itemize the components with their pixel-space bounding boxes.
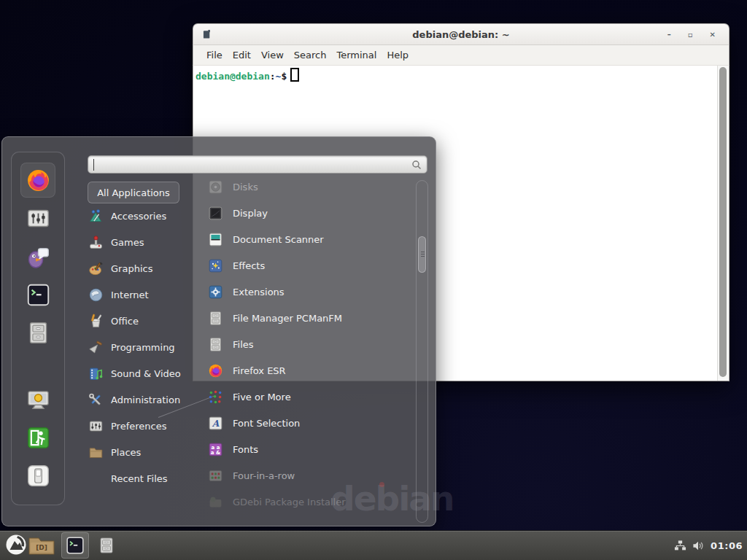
category-sound-video[interactable]: Sound & Video bbox=[88, 360, 203, 386]
menu-view[interactable]: View bbox=[261, 50, 284, 61]
favorite-lock-screen-button[interactable] bbox=[21, 383, 55, 416]
prompt-colon: : bbox=[270, 71, 276, 82]
svg-text:[D]: [D] bbox=[36, 544, 47, 551]
favorite-shutdown-button[interactable] bbox=[21, 459, 55, 492]
app-item-fonts[interactable]: a aa & Fonts bbox=[207, 436, 410, 462]
shell-prompt: debian@debian:~$ bbox=[196, 68, 299, 82]
all-applications-button[interactable]: All Applications bbox=[88, 182, 179, 203]
category-graphics[interactable]: Graphics bbox=[88, 255, 203, 281]
terminal-cursor bbox=[290, 68, 299, 82]
app-label: Font Selection bbox=[233, 418, 300, 429]
category-label: Preferences bbox=[111, 421, 166, 432]
app-label: Fonts bbox=[233, 444, 258, 455]
app-item-firefox-esr[interactable]: Firefox ESR bbox=[207, 357, 410, 384]
category-preferences[interactable]: Preferences bbox=[88, 413, 203, 439]
app-label: Files bbox=[233, 339, 254, 350]
favorite-pidgin-button[interactable] bbox=[21, 240, 55, 273]
terminal-menubar: File Edit View Search Terminal Help bbox=[193, 45, 729, 66]
category-office[interactable]: Office bbox=[88, 308, 203, 334]
application-menu: debian bbox=[1, 136, 436, 526]
menu-file[interactable]: File bbox=[206, 50, 222, 61]
terminal-titlebar[interactable]: debian@debian: ~ – ▫ ✕ bbox=[193, 23, 729, 45]
category-label: Administration bbox=[111, 394, 180, 405]
app-label: Effects bbox=[233, 260, 265, 271]
effects-icon bbox=[207, 257, 224, 274]
graphics-icon bbox=[88, 260, 104, 277]
app-item-disks[interactable]: Disks bbox=[207, 174, 410, 200]
category-games[interactable]: Games bbox=[88, 229, 203, 255]
category-programming[interactable]: Programming bbox=[88, 334, 203, 360]
menu-launcher-button[interactable] bbox=[5, 534, 27, 556]
volume-icon[interactable] bbox=[692, 540, 705, 552]
category-label: Games bbox=[111, 237, 144, 248]
app-label: Extensions bbox=[233, 287, 285, 298]
terminal-icon bbox=[26, 283, 50, 307]
screensaver-icon bbox=[26, 388, 50, 412]
desktop: debian@debian: ~ – ▫ ✕ File Edit View Se… bbox=[0, 0, 747, 560]
file-cabinet-icon bbox=[207, 336, 224, 353]
network-icon[interactable] bbox=[674, 540, 686, 552]
favorite-logout-button[interactable] bbox=[21, 421, 55, 454]
administration-icon bbox=[88, 392, 104, 408]
app-label: Display bbox=[233, 208, 268, 219]
terminal-scrollbar[interactable] bbox=[717, 66, 729, 381]
menu-scrollbar[interactable] bbox=[416, 180, 428, 523]
app-item-extensions[interactable]: Extensions bbox=[207, 279, 410, 305]
menu-search-input[interactable] bbox=[88, 155, 427, 174]
five-or-more-icon bbox=[207, 389, 224, 405]
terminal-icon bbox=[66, 536, 85, 555]
maximize-button[interactable]: ▫ bbox=[688, 31, 693, 39]
category-label: Office bbox=[111, 316, 139, 327]
menu-terminal[interactable]: Terminal bbox=[336, 50, 376, 61]
menu-help[interactable]: Help bbox=[387, 50, 409, 61]
taskbar-terminal-button[interactable] bbox=[61, 532, 89, 559]
font-selection-icon: A bbox=[207, 415, 224, 432]
prompt-symbol: $ bbox=[281, 71, 287, 82]
app-label: GDebi Package Installer bbox=[233, 497, 346, 508]
office-icon bbox=[88, 313, 104, 330]
close-button[interactable]: ✕ bbox=[710, 31, 716, 39]
category-administration[interactable]: Administration bbox=[88, 386, 203, 413]
menu-edit[interactable]: Edit bbox=[233, 50, 251, 61]
category-accessories[interactable]: Accessories bbox=[88, 203, 203, 229]
file-cabinet-icon bbox=[98, 534, 115, 557]
accessories-icon bbox=[88, 208, 104, 225]
category-places[interactable]: Places bbox=[88, 439, 203, 465]
favorite-settings-button[interactable] bbox=[21, 201, 55, 235]
category-internet[interactable]: Internet bbox=[88, 281, 203, 308]
firefox-icon bbox=[207, 362, 224, 379]
disks-icon bbox=[207, 179, 224, 195]
menu-launcher-icon bbox=[5, 534, 27, 556]
app-item-gdebi-package-installer[interactable]: GDebi Package Installer bbox=[207, 489, 410, 515]
app-item-font-selection[interactable]: A Font Selection bbox=[207, 410, 410, 436]
app-item-file-manager-pcmanfm[interactable]: File Manager PCManFM bbox=[207, 305, 410, 331]
minimize-button[interactable]: – bbox=[667, 31, 671, 39]
favorite-files-button[interactable] bbox=[21, 316, 55, 349]
file-cabinet-icon bbox=[26, 321, 50, 345]
terminal-scrollbar-thumb[interactable] bbox=[719, 67, 727, 377]
desktop-folder-button[interactable]: [D] bbox=[28, 535, 55, 556]
favorite-firefox-button[interactable] bbox=[20, 163, 55, 198]
display-icon bbox=[207, 205, 224, 222]
category-recent-files[interactable]: Recent Files bbox=[88, 465, 203, 491]
app-item-files[interactable]: Files bbox=[207, 331, 410, 357]
recent-files-no-icon bbox=[88, 470, 104, 487]
taskbar-file-manager-button[interactable] bbox=[97, 533, 116, 558]
four-in-a-row-icon bbox=[207, 467, 224, 484]
category-label: Sound & Video bbox=[111, 368, 181, 379]
menu-scrollbar-thumb[interactable] bbox=[418, 236, 426, 273]
favorite-terminal-button[interactable] bbox=[21, 278, 55, 311]
system-tray: 01:06 bbox=[674, 531, 743, 560]
menu-search[interactable]: Search bbox=[294, 50, 327, 61]
file-cabinet-icon bbox=[207, 310, 224, 327]
places-icon bbox=[88, 444, 104, 461]
app-item-four-in-a-row[interactable]: Four-in-a-row bbox=[207, 462, 410, 489]
app-item-five-or-more[interactable]: Five or More bbox=[207, 384, 410, 410]
app-label: File Manager PCManFM bbox=[233, 313, 342, 324]
app-item-display[interactable]: Display bbox=[207, 200, 410, 226]
app-item-effects[interactable]: Effects bbox=[207, 252, 410, 279]
app-item-document-scanner[interactable]: Document Scanner bbox=[207, 226, 410, 252]
search-icon bbox=[411, 159, 422, 171]
clock[interactable]: 01:06 bbox=[711, 540, 743, 551]
category-label: Accessories bbox=[111, 211, 166, 222]
